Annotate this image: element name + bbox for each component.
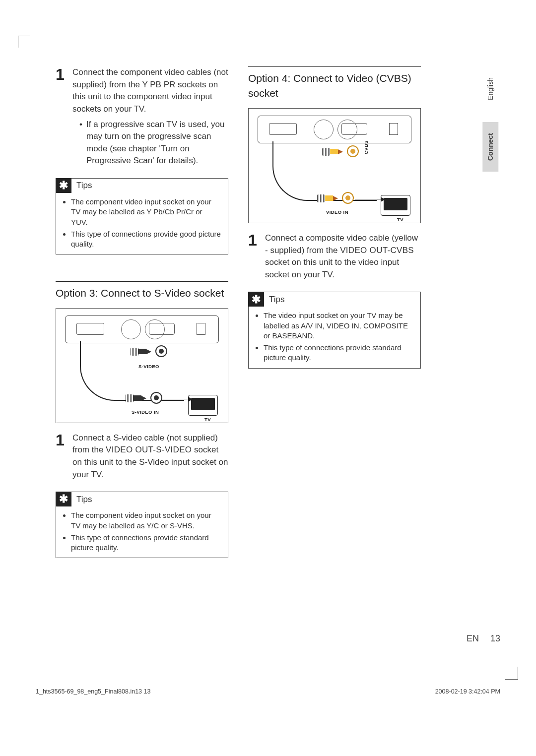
divider [248, 66, 421, 67]
print-metadata: 1_hts3565-69_98_eng5_Final808.in13 13 20… [36, 687, 500, 696]
option4-title: Option 4: Connect to Video (CVBS) socket [248, 71, 421, 101]
tips-item: The video input socket on your TV may be… [264, 311, 413, 341]
tips-title: Tips [71, 494, 92, 506]
tips-box-svideo: ✱ Tips The component video input socket … [56, 492, 228, 558]
step-text-strong: VIDEO OUT-CVBS [340, 246, 414, 255]
step-text: Connect the component video cables (not … [72, 67, 228, 114]
footer-lang: EN [467, 633, 479, 643]
step-text-strong: VIDEO OUT-S-VIDEO [106, 445, 192, 454]
tips-list: The component video input socket on your… [56, 193, 228, 254]
asterisk-icon: ✱ [248, 292, 264, 307]
component-step: 1 Connect the component video cables (no… [56, 66, 228, 167]
asterisk-icon: ✱ [56, 492, 71, 506]
step-number: 1 [248, 232, 258, 281]
left-column: 1 Connect the component video cables (no… [56, 66, 228, 558]
page-footer: EN 13 [467, 632, 500, 645]
label-tv: TV [204, 416, 211, 423]
tips-list: The video input socket on your TV may be… [249, 307, 420, 368]
tips-item: The component video input socket on your… [71, 197, 221, 227]
print-timestamp: 2008-02-19 3:42:04 PM [435, 687, 500, 696]
tips-box-cvbs: ✱ Tips The video input socket on your TV… [248, 292, 421, 368]
tab-chapter: Connect [482, 122, 498, 172]
crop-mark-bottom-right [505, 667, 518, 680]
tips-box-component: ✱ Tips The component video input socket … [56, 178, 228, 254]
label-svideo-in: S-VIDEO IN [132, 409, 159, 416]
step-body: Connect a composite video cable (yellow … [265, 232, 421, 281]
cvbs-step: 1 Connect a composite video cable (yello… [248, 232, 421, 281]
asterisk-icon: ✱ [56, 178, 71, 193]
label-tv: TV [397, 216, 403, 223]
step-sub-bullet: If a progressive scan TV is used, you ma… [79, 119, 228, 168]
print-file: 1_hts3565-69_98_eng5_Final808.in13 13 [36, 687, 150, 696]
step-text-post: socket on this unit to the video input s… [265, 257, 399, 279]
step-number: 1 [56, 432, 66, 481]
tips-item: The component video input socket on your… [71, 510, 221, 531]
footer-page: 13 [490, 633, 500, 643]
tips-list: The component video input socket on your… [56, 506, 228, 558]
cvbs-diagram: CVBS VIDEO IN TV [248, 108, 421, 223]
tips-title: Tips [264, 294, 285, 306]
crop-mark-top-left [18, 36, 30, 48]
right-column: Option 4: Connect to Video (CVBS) socket… [248, 66, 421, 558]
tab-language: English [482, 66, 498, 111]
tips-title: Tips [71, 180, 92, 192]
step-body: Connect a S-video cable (not supplied) f… [72, 432, 228, 481]
step-number: 1 [56, 66, 66, 167]
side-tabs: English Connect [482, 66, 505, 183]
tips-item: This type of connections provide standar… [71, 533, 221, 553]
tips-item: This type of connections provide good pi… [71, 229, 221, 250]
svideo-diagram: S-VIDEO S-VIDEO IN TV [56, 308, 228, 423]
step-body: Connect the component video cables (not … [72, 66, 228, 167]
tips-item: This type of connections provide standar… [264, 343, 413, 363]
option3-title: Option 3: Connect to S-Video socket [56, 286, 228, 301]
divider [56, 281, 228, 282]
svideo-step: 1 Connect a S-video cable (not supplied)… [56, 432, 228, 481]
label-video-in: VIDEO IN [326, 209, 348, 216]
